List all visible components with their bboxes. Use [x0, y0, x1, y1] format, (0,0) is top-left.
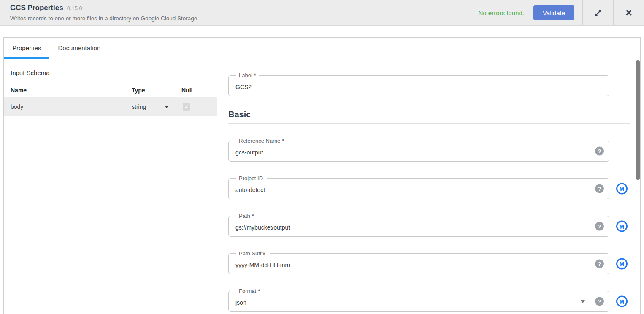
expand-button[interactable] [582, 0, 613, 25]
dialog-header: GCS Properties 0.15.0 Writes records to … [0, 0, 644, 26]
header-title-block: GCS Properties 0.15.0 Writes records to … [0, 0, 199, 25]
close-icon [624, 8, 633, 17]
project-id-input[interactable] [229, 179, 609, 199]
schema-col-name: Name [11, 87, 132, 94]
macro-toggle-icon[interactable]: M [616, 296, 628, 307]
help-icon[interactable]: ? [595, 297, 604, 306]
help-icon[interactable]: ? [595, 147, 604, 156]
scrollbar-thumb[interactable] [636, 60, 640, 180]
schema-column-headers: Name Type Null [4, 86, 217, 95]
schema-field-name: body [11, 103, 132, 110]
tab-bar: Properties Documentation [4, 38, 640, 59]
required-asterisk: * [254, 72, 256, 78]
header-actions: No errors found. Validate [479, 0, 644, 25]
help-icon[interactable]: ? [595, 260, 604, 268]
section-divider [228, 123, 630, 124]
schema-field-type: string [132, 103, 165, 110]
plugin-description: Writes records to one or more files in a… [10, 15, 199, 22]
plugin-config-form: Label* Basic Reference Name* ? Proj [217, 59, 640, 314]
format-field-group: Format* ? M [228, 291, 609, 312]
close-button[interactable] [613, 0, 644, 25]
type-dropdown-caret-icon[interactable] [165, 106, 169, 108]
validation-status: No errors found. [479, 9, 524, 16]
path-field-group: Path* ? M [228, 216, 609, 237]
macro-toggle-icon[interactable]: M [616, 258, 628, 270]
input-schema-title: Input Schema [11, 69, 217, 76]
basic-section-heading: Basic [228, 110, 630, 124]
properties-modal: Properties Documentation Input Schema Na… [3, 37, 641, 314]
reference-name-field-group: Reference Name* ? [228, 141, 609, 162]
required-asterisk: * [282, 138, 284, 144]
required-asterisk: * [252, 213, 254, 219]
tab-documentation[interactable]: Documentation [49, 38, 109, 59]
section-title: Basic [228, 110, 630, 119]
nullable-checkbox[interactable]: ✓ [183, 103, 190, 111]
schema-row: body string ✓ [4, 97, 217, 116]
label-field-label: Label* [236, 72, 259, 79]
schema-col-type: Type [132, 87, 165, 94]
help-icon[interactable]: ? [595, 184, 604, 193]
chevron-down-icon[interactable] [581, 300, 585, 303]
label-input[interactable] [229, 76, 609, 96]
required-asterisk: * [258, 288, 260, 294]
schema-col-null: Null [181, 87, 210, 94]
project-id-field-group: Project ID ? M [228, 178, 609, 199]
check-icon: ✓ [184, 104, 189, 110]
expand-icon [593, 8, 603, 18]
format-select[interactable] [229, 291, 609, 311]
input-schema-panel: Input Schema Name Type Null body string … [4, 59, 217, 309]
label-field-group: Label* [228, 75, 609, 96]
path-suffix-input[interactable] [229, 254, 609, 274]
tab-properties[interactable]: Properties [4, 38, 49, 59]
macro-toggle-icon[interactable]: M [616, 221, 628, 232]
validate-button[interactable]: Validate [533, 5, 574, 20]
page-title: GCS Properties [10, 4, 63, 12]
help-icon[interactable]: ? [595, 222, 604, 231]
path-suffix-field-group: Path Suffix ? M [228, 253, 609, 274]
macro-toggle-icon[interactable]: M [616, 183, 628, 195]
path-input[interactable] [229, 216, 609, 236]
plugin-version: 0.15.0 [67, 5, 82, 11]
